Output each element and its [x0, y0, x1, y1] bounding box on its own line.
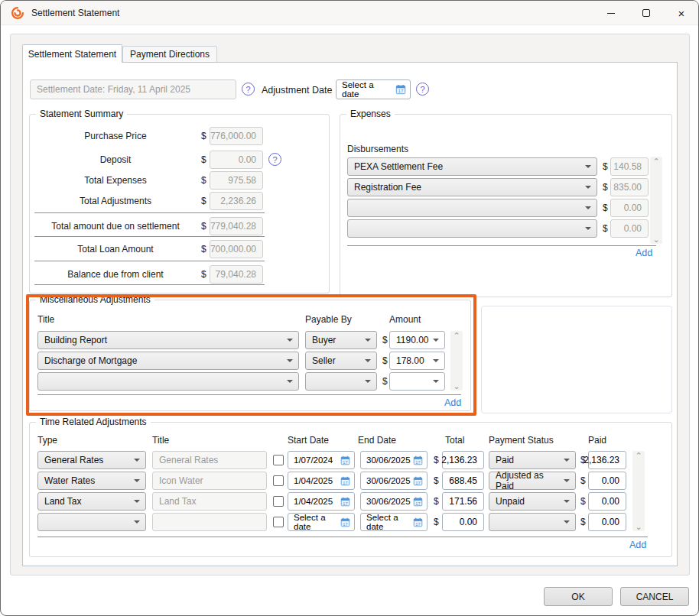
tra-end-date-picker[interactable]: 30/06/202517: [360, 451, 428, 469]
calendar-icon[interactable]: 17: [340, 497, 350, 507]
balance-due-label: Balance due from client: [34, 269, 197, 280]
misc-payable-select[interactable]: Buyer: [305, 331, 377, 349]
scroll-down-icon[interactable]: ⌄: [635, 523, 642, 530]
maximize-icon: [642, 9, 650, 17]
misc-amount-combo[interactable]: 1190.00: [389, 331, 445, 349]
tra-type-select[interactable]: Land Tax: [37, 492, 146, 511]
chevron-down-icon: [585, 165, 591, 168]
tra-total-field[interactable]: 171.56: [442, 492, 484, 511]
separator: [34, 284, 265, 285]
disbursement-select[interactable]: Registration Fee: [347, 178, 597, 196]
tra-start-date-picker[interactable]: 1/07/202417: [288, 451, 355, 469]
row-checkbox[interactable]: [273, 517, 284, 527]
currency-symbol: $: [382, 355, 388, 366]
calendar-icon[interactable]: 17: [340, 456, 350, 465]
tra-start-date-picker[interactable]: Select a date17: [288, 513, 355, 531]
tra-paid-field[interactable]: 0.00: [588, 472, 626, 490]
svg-text:17: 17: [415, 480, 420, 485]
expenses-add-link[interactable]: Add: [636, 248, 652, 258]
tra-total-field[interactable]: 0.00: [442, 513, 484, 531]
chevron-down-icon: [433, 380, 439, 383]
chevron-down-icon: [564, 500, 570, 503]
row-checkbox[interactable]: [273, 496, 284, 507]
tra-status-select[interactable]: Adjusted as Paid: [489, 472, 576, 490]
tra-paid-field[interactable]: 2,136.23: [588, 451, 626, 469]
tra-end-date-picker[interactable]: 30/06/202517: [360, 472, 428, 490]
tra-paid-field[interactable]: 0.00: [588, 492, 626, 511]
tra-type-select[interactable]: General Rates: [37, 451, 146, 469]
currency-symbol: $: [603, 203, 608, 213]
adjustment-date-label: Adjustment Date: [262, 85, 332, 96]
misc-title-select[interactable]: Building Report: [37, 331, 299, 349]
disbursement-select[interactable]: [347, 219, 597, 238]
tra-start-date-picker[interactable]: 1/04/202517: [288, 472, 355, 490]
tra-status-select[interactable]: Paid: [489, 451, 576, 469]
calendar-icon[interactable]: 17: [413, 456, 423, 465]
calendar-icon[interactable]: 17: [413, 517, 423, 527]
misc-payable-select[interactable]: Seller: [305, 352, 377, 370]
disbursement-amount: 140.58: [610, 157, 649, 176]
minimize-button[interactable]: [593, 1, 629, 25]
currency-symbol: $: [603, 223, 608, 234]
expenses-scrollbar[interactable]: ⌃ ⌄: [650, 157, 662, 244]
adjustment-date-help-icon[interactable]: ?: [416, 83, 429, 96]
calendar-icon[interactable]: 17: [340, 517, 350, 527]
disbursements-label: Disbursements: [347, 144, 408, 154]
scroll-up-icon[interactable]: ⌃: [635, 452, 642, 459]
settlement-date-help-icon[interactable]: ?: [242, 83, 255, 96]
tra-add-link[interactable]: Add: [629, 540, 646, 550]
tra-paid-field[interactable]: 0.00: [588, 513, 626, 531]
tra-total-field[interactable]: 688.45: [442, 472, 484, 490]
scroll-down-icon[interactable]: ⌄: [453, 382, 460, 390]
disbursement-select[interactable]: [347, 199, 597, 217]
tra-type-select[interactable]: [37, 513, 146, 531]
tra-end-date-picker[interactable]: Select a date17: [360, 513, 428, 531]
settlement-statement-window: Settlement Statement × Settlement Statem…: [0, 0, 699, 616]
chevron-down-icon: [564, 479, 570, 482]
scroll-down-icon[interactable]: ⌄: [652, 235, 659, 243]
misc-payable-select[interactable]: [305, 372, 377, 391]
row-checkbox[interactable]: [273, 475, 284, 486]
misc-amount-combo[interactable]: [389, 372, 445, 391]
close-button[interactable]: ×: [664, 1, 699, 25]
chevron-down-icon: [287, 359, 293, 362]
disbursement-select[interactable]: PEXA Settlement Fee: [347, 157, 597, 176]
calendar-icon[interactable]: 17: [395, 84, 406, 95]
currency-symbol: $: [201, 221, 206, 232]
tra-scrollbar[interactable]: ⌃ ⌄: [632, 451, 645, 531]
tra-status-select[interactable]: Unpaid: [489, 492, 576, 511]
scroll-up-icon[interactable]: ⌃: [453, 332, 460, 339]
adjustment-date-picker[interactable]: Select a date 17: [336, 79, 411, 99]
app-logo-icon: [11, 6, 24, 20]
calendar-icon[interactable]: 17: [340, 476, 350, 486]
currency-symbol: $: [580, 496, 586, 507]
scroll-up-icon[interactable]: ⌃: [652, 157, 659, 165]
svg-text:17: 17: [343, 480, 347, 485]
deposit-field: 0.00: [210, 151, 263, 169]
calendar-icon[interactable]: 17: [413, 497, 423, 507]
tra-total-field[interactable]: 2,136.23: [442, 451, 484, 469]
chevron-down-icon: [134, 479, 140, 482]
ok-button[interactable]: OK: [544, 587, 613, 606]
misc-title-select[interactable]: Discharge of Mortgage: [37, 352, 299, 370]
misc-amount-combo[interactable]: 178.00: [389, 352, 445, 370]
total-loan-field: 700,000.00: [210, 240, 263, 258]
deposit-help-icon[interactable]: ?: [268, 153, 281, 166]
tra-end-date-picker[interactable]: 30/06/202517: [360, 492, 428, 511]
tab-payment-directions[interactable]: Payment Directions: [122, 46, 217, 63]
title-bar: Settlement Statement ×: [1, 1, 698, 25]
calendar-icon[interactable]: 17: [413, 476, 423, 486]
misc-scrollbar[interactable]: ⌃ ⌄: [450, 331, 463, 391]
tra-status-select[interactable]: [489, 513, 576, 531]
currency-symbol: $: [382, 376, 388, 387]
tra-start-date-picker[interactable]: 1/04/202517: [288, 492, 355, 511]
tra-title-field: Land Tax: [152, 492, 267, 511]
cancel-button[interactable]: CANCEL: [620, 587, 689, 606]
tra-type-select[interactable]: Water Rates: [37, 472, 146, 490]
row-checkbox[interactable]: [273, 455, 284, 465]
misc-add-link[interactable]: Add: [444, 397, 461, 408]
chevron-down-icon: [134, 500, 140, 503]
maximize-button[interactable]: [629, 1, 664, 25]
tab-settlement-statement[interactable]: Settlement Statement: [22, 44, 122, 63]
misc-title-select[interactable]: [37, 372, 299, 391]
